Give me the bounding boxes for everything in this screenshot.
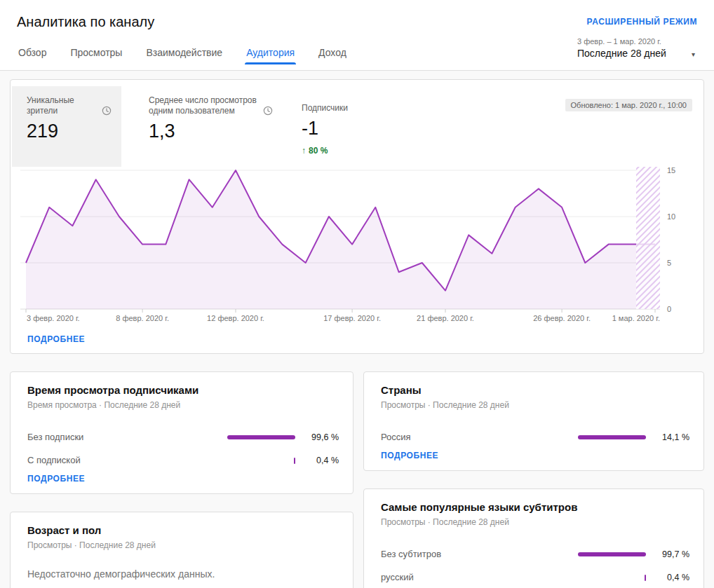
empty-data-message: Недостаточно демографических данных. <box>27 568 339 580</box>
analytics-tabs: Обзор Просмотры Взаимодействие Аудитория… <box>17 41 369 64</box>
purple-bar <box>578 552 646 556</box>
clock-icon <box>102 106 112 116</box>
row-value: 0,4 % <box>305 456 339 465</box>
bar-zone <box>578 550 646 559</box>
svg-text:26 февр. 2020 г.: 26 февр. 2020 г. <box>533 314 591 322</box>
list-item: Россия 14,1 % <box>381 425 689 449</box>
date-range-picker[interactable]: 3 февр. – 1 мар. 2020 г. Последние 28 дн… <box>577 37 691 59</box>
metric-label: Уникальные зрители <box>27 95 97 116</box>
svg-text:21 февр. 2020 г.: 21 февр. 2020 г. <box>417 314 474 322</box>
card-title: Время просмотра подписчиками <box>27 384 339 396</box>
card-title: Страны <box>381 384 689 396</box>
audience-overview-card: Уникальные зрители 219 Среднее число про… <box>10 79 704 354</box>
clock-icon <box>263 106 273 116</box>
row-label: Без подписки <box>27 432 227 442</box>
updated-badge: Обновлено: 1 мар. 2020 г., 10:00 <box>565 99 692 111</box>
countries-card: Страны Просмотры · Последние 28 дней Рос… <box>363 371 704 471</box>
metric-label: Среднее число просмотров одним пользоват… <box>149 95 258 116</box>
page-title: Аналитика по каналу <box>17 14 154 30</box>
bar-zone <box>227 456 295 465</box>
svg-text:5: 5 <box>667 259 671 267</box>
see-more-link[interactable]: ПОДРОБНЕЕ <box>27 474 85 484</box>
metric-unique-viewers[interactable]: Уникальные зрители 219 <box>12 86 121 167</box>
purple-bar <box>645 575 646 581</box>
row-label: С подпиской <box>27 455 227 465</box>
card-subtitle: Просмотры · Последние 28 дней <box>27 540 339 550</box>
row-label: русский <box>381 572 578 582</box>
row-label: Россия <box>381 432 578 442</box>
list-item: Без субтитров 99,7 % <box>381 542 689 566</box>
metric-value: 219 <box>27 121 112 142</box>
tab-overview[interactable]: Обзор <box>17 41 48 64</box>
svg-text:10: 10 <box>667 212 675 221</box>
metric-avg-views-per-viewer[interactable]: Среднее число просмотров одним пользоват… <box>134 86 283 167</box>
row-label: Без субтитров <box>381 549 578 559</box>
subtitle-languages-card: Самые популярные языки субтитров Просмот… <box>363 488 704 588</box>
svg-text:12 февр. 2020 г.: 12 февр. 2020 г. <box>207 314 264 322</box>
subscribers-delta: ↑80 % <box>302 146 348 156</box>
purple-bar <box>294 458 295 464</box>
svg-text:8 февр. 2020 г.: 8 февр. 2020 г. <box>116 314 169 322</box>
metric-chips: Уникальные зрители 219 Среднее число про… <box>12 86 358 167</box>
tab-engagement[interactable]: Взаимодействие <box>144 41 224 64</box>
bar-zone <box>578 433 646 442</box>
top-bar: Аналитика по каналу РАСШИРЕННЫЙ РЕЖИМ 3 … <box>0 0 714 71</box>
svg-text:17 февр. 2020 г.: 17 февр. 2020 г. <box>323 314 381 322</box>
purple-bar <box>227 435 295 439</box>
card-subtitle: Просмотры · Последние 28 дней <box>381 517 689 527</box>
date-range-text: 3 февр. – 1 мар. 2020 г. <box>577 37 691 46</box>
chevron-down-icon: ▾ <box>692 50 695 58</box>
card-subtitle: Просмотры · Последние 28 дней <box>381 400 689 410</box>
see-more-link[interactable]: ПОДРОБНЕЕ <box>27 334 85 344</box>
row-value: 99,6 % <box>305 432 339 442</box>
date-preset-text: Последние 28 дней <box>577 48 691 59</box>
analytics-page: Аналитика по каналу РАСШИРЕННЫЙ РЕЖИМ 3 … <box>0 0 714 588</box>
metric-subscribers[interactable]: Подписчики -1 ↑80 % <box>287 86 358 167</box>
metric-label: Подписчики <box>302 103 348 114</box>
see-more-link[interactable]: ПОДРОБНЕЕ <box>381 451 438 460</box>
purple-bar <box>578 435 646 439</box>
age-gender-card: Возраст и пол Просмотры · Последние 28 д… <box>10 512 353 588</box>
svg-text:1 мар. 2020 г.: 1 мар. 2020 г. <box>612 314 660 322</box>
list-item: С подпиской 0,4 % <box>27 449 339 472</box>
row-value: 99,7 % <box>656 549 689 559</box>
card-title: Возраст и пол <box>27 524 339 536</box>
card-subtitle: Время просмотра · Последние 28 дней <box>27 400 339 410</box>
metric-value: 1,3 <box>149 121 273 142</box>
tab-reach[interactable]: Просмотры <box>69 41 123 64</box>
bar-zone <box>578 573 646 582</box>
tab-revenue[interactable]: Доход <box>317 41 348 64</box>
bar-zone <box>227 433 295 442</box>
list-item: Без подписки 99,6 % <box>27 425 339 449</box>
card-title: Самые популярные языки субтитров <box>381 501 689 513</box>
svg-text:3 февр. 2020 г.: 3 февр. 2020 г. <box>27 314 80 322</box>
up-arrow-icon: ↑ <box>302 146 306 156</box>
svg-text:0: 0 <box>667 305 671 313</box>
tab-audience[interactable]: Аудитория <box>245 41 296 64</box>
svg-text:15: 15 <box>667 166 675 175</box>
row-value: 14,1 % <box>656 432 689 442</box>
watch-time-subscribers-card: Время просмотра подписчиками Время просм… <box>10 371 353 494</box>
delta-value: 80 % <box>309 146 328 156</box>
list-item: русский 0,4 % <box>381 566 689 588</box>
metric-value: -1 <box>302 118 348 139</box>
advanced-mode-link[interactable]: РАСШИРЕННЫЙ РЕЖИМ <box>587 17 697 27</box>
row-value: 0,4 % <box>656 573 689 582</box>
